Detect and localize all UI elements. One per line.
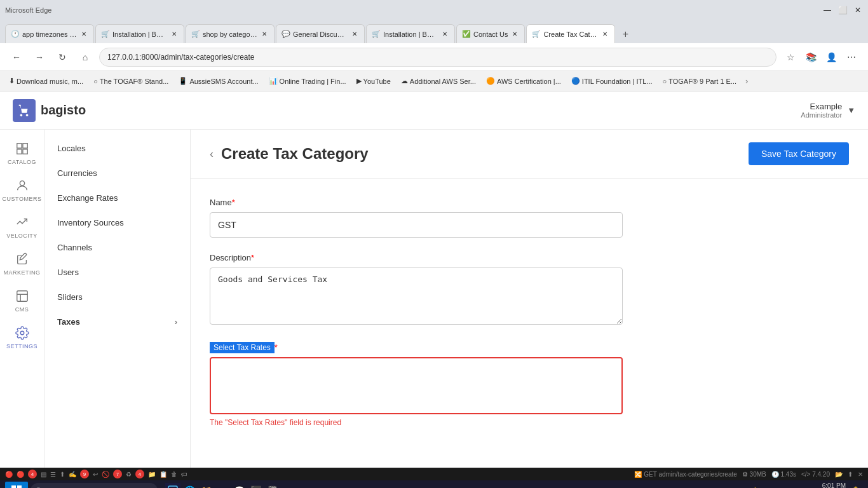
dev-icon-8[interactable]: 🚫: [102, 471, 109, 478]
bookmark-label: YouTube: [363, 78, 391, 85]
home-btn[interactable]: ⌂: [76, 48, 94, 66]
back-button[interactable]: ‹: [210, 147, 214, 161]
dev-icon-6[interactable]: ✍: [69, 471, 76, 478]
sidebar-item-cms[interactable]: CMS: [0, 283, 44, 318]
tax-rates-select-box[interactable]: [210, 357, 623, 414]
sidebar-item-catalog[interactable]: CATALOG: [0, 136, 44, 170]
taskbar-app-5[interactable]: 💬: [231, 483, 247, 488]
tab-title: Create Tax Categ...: [543, 30, 598, 38]
cms-label: CMS: [15, 306, 29, 313]
sidebar-item-velocity[interactable]: VELOCITY: [0, 210, 44, 244]
app-container: bagisto Example Administrator ▼ CATALOG: [0, 92, 868, 468]
sidebar-item-marketing[interactable]: MARKETING: [0, 247, 44, 281]
menu-item-exchange-rates[interactable]: Exchange Rates: [44, 186, 190, 210]
taskbar-search[interactable]: 🔍 Type here to search: [31, 483, 158, 488]
taskbar-app-3[interactable]: 📁: [198, 483, 214, 488]
profile-btn[interactable]: 👤: [822, 48, 840, 66]
name-input[interactable]: [210, 212, 623, 238]
menu-label-inventory-sources: Inventory Sources: [57, 218, 124, 227]
menu-item-sliders[interactable]: Sliders: [44, 285, 190, 309]
dev-icon-10[interactable]: 📁: [148, 471, 156, 478]
save-tax-category-button[interactable]: Save Tax Category: [749, 142, 849, 165]
bookmark-5[interactable]: ▶ YouTube: [353, 76, 395, 86]
status-icon-up[interactable]: ⬆: [848, 471, 853, 478]
tab-6[interactable]: ✅ Contact Us ✕: [456, 24, 525, 43]
tab-7-active[interactable]: 🛒 Create Tax Categ... ✕: [526, 24, 615, 43]
tab-1[interactable]: 🕐 app timezones s... ✕: [5, 24, 94, 43]
catalog-label: CATALOG: [8, 159, 36, 165]
bookmark-3[interactable]: 📱 AussieSMS Account...: [175, 76, 262, 86]
velocity-label: VELOCITY: [6, 233, 37, 239]
menu-item-inventory-sources[interactable]: Inventory Sources: [44, 210, 190, 235]
forward-nav-btn[interactable]: →: [31, 48, 48, 66]
reload-btn[interactable]: ↻: [53, 48, 71, 66]
bookmarks-more-btn[interactable]: ›: [745, 76, 748, 86]
dev-icon-5[interactable]: ⬆: [60, 471, 65, 478]
menu-item-channels[interactable]: Channels: [44, 235, 190, 260]
name-form-group: Name*: [210, 198, 849, 238]
sidebar-item-settings[interactable]: SETTINGS: [0, 320, 44, 355]
dev-icon-2[interactable]: 🔴: [17, 471, 24, 478]
bookmark-icon: ○: [93, 78, 98, 85]
tab-close-btn[interactable]: ✕: [350, 30, 359, 39]
taskbar-app-7[interactable]: 📓: [264, 483, 280, 488]
form-body: Name* Description* Goods and Services Ta…: [191, 179, 868, 461]
close-btn[interactable]: ✕: [853, 5, 863, 15]
dev-icon-7[interactable]: ↩: [93, 471, 98, 478]
menu-item-locales[interactable]: Locales: [44, 136, 190, 161]
tab-close-btn[interactable]: ✕: [79, 30, 88, 39]
bookmark-8[interactable]: 🔵 ITIL Foundation | ITL...: [567, 76, 656, 86]
status-icon-close[interactable]: ✕: [858, 471, 863, 478]
dev-icon-4[interactable]: ☰: [50, 471, 56, 478]
url-input[interactable]: 127.0.0.1:8000/admin/tax-categories/crea…: [99, 48, 776, 67]
taskbar-app-1[interactable]: [165, 483, 180, 488]
bookmark-9[interactable]: ○ TOGAF® 9 Part 1 E...: [659, 76, 741, 86]
maximize-btn[interactable]: ⬜: [837, 5, 848, 15]
minimize-btn[interactable]: —: [822, 5, 832, 15]
settings-btn[interactable]: ⋯: [843, 48, 860, 66]
dev-icon-3[interactable]: ▤: [41, 471, 46, 478]
bookmarks-bar: ⬇ Download music, m... ○ The TOGAF® Stan…: [0, 71, 868, 92]
tab-close-btn[interactable]: ✕: [510, 30, 519, 39]
name-required: *: [232, 198, 235, 207]
taskbar-app-2[interactable]: 🌐: [182, 483, 197, 488]
description-textarea[interactable]: Goods and Services Tax: [210, 268, 623, 325]
status-icon-folder[interactable]: 📂: [835, 471, 843, 478]
tab-close-btn[interactable]: ✕: [600, 30, 609, 39]
new-tab-btn[interactable]: +: [616, 25, 634, 43]
bookmark-6[interactable]: ☁ Additional AWS Ser...: [397, 76, 480, 86]
bookmark-7[interactable]: 🟠 AWS Certification |...: [482, 76, 565, 86]
tab-3[interactable]: 🛒 shop by categor... ✕: [186, 24, 275, 43]
tab-title: Installation | Bag...: [112, 30, 167, 38]
bookmark-4[interactable]: 📊 Online Trading | Fin...: [265, 76, 350, 86]
favorites-btn[interactable]: ☆: [782, 48, 799, 66]
tab-4[interactable]: 💬 General Discussi... ✕: [276, 24, 365, 43]
back-nav-btn[interactable]: ←: [8, 48, 25, 66]
menu-item-users[interactable]: Users: [44, 260, 190, 285]
taskbar-app-4[interactable]: ✉: [215, 483, 230, 488]
tab-5[interactable]: 🛒 Installation | Bag... ✕: [366, 24, 455, 43]
taskbar-app-6[interactable]: ⬛: [248, 483, 263, 488]
bookmark-1[interactable]: ⬇ Download music, m...: [5, 76, 87, 86]
menu-item-currencies[interactable]: Currencies: [44, 161, 190, 186]
tab-close-btn[interactable]: ✕: [260, 30, 269, 39]
tab-close-btn[interactable]: ✕: [440, 30, 449, 39]
status-time: 🕐 1.43s: [771, 471, 796, 478]
dev-icon-12[interactable]: 🗑: [171, 471, 177, 478]
bookmark-2[interactable]: ○ The TOGAF® Stand...: [90, 76, 172, 86]
dev-icon-13[interactable]: 🏷: [181, 471, 187, 478]
dev-icon-11[interactable]: 📋: [159, 471, 167, 478]
sidebar-item-customers[interactable]: CUSTOMERS: [0, 173, 44, 207]
velocity-icon: [15, 215, 30, 230]
menu-item-taxes[interactable]: Taxes ›: [44, 309, 190, 334]
start-button[interactable]: [5, 482, 28, 488]
tab-2[interactable]: 🛒 Installation | Bag... ✕: [95, 24, 184, 43]
dev-icon-1[interactable]: 🔴: [5, 471, 13, 478]
marketing-label: MARKETING: [3, 269, 40, 276]
collections-btn[interactable]: 📚: [802, 48, 820, 66]
admin-dropdown-icon[interactable]: ▼: [847, 105, 855, 115]
tab-close-btn[interactable]: ✕: [170, 30, 179, 39]
status-php: </> 7.4.20: [801, 471, 830, 478]
dev-icon-9[interactable]: ♻: [126, 471, 132, 478]
taskbar-time: 6:01 PM 2/06/2021: [818, 482, 846, 488]
